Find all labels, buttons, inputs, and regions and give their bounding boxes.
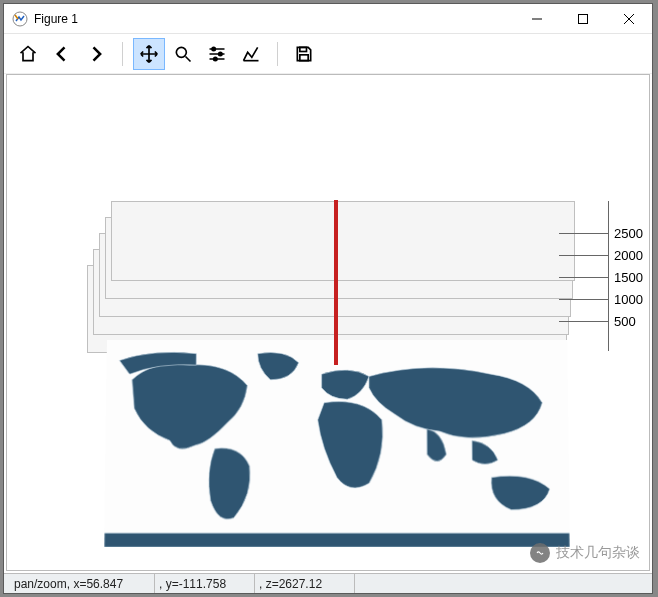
- watermark: 技术几句杂谈: [530, 543, 640, 563]
- z-tick: 2000: [559, 255, 609, 256]
- world-map-plane: [104, 340, 570, 547]
- edit-axis-button[interactable]: [235, 38, 267, 70]
- svg-rect-1: [579, 14, 588, 23]
- z-tick: 1500: [559, 277, 609, 278]
- status-mode-x: pan/zoom, x=56.847: [10, 574, 155, 593]
- z-tick-label: 2500: [614, 226, 643, 241]
- zoom-button[interactable]: [167, 38, 199, 70]
- forward-button[interactable]: [80, 38, 112, 70]
- status-mode: pan/zoom,: [14, 577, 70, 591]
- watermark-text: 技术几句杂谈: [556, 544, 640, 562]
- figure-window: Figure 1: [3, 3, 653, 594]
- titlebar: Figure 1: [4, 4, 652, 34]
- svg-rect-6: [300, 47, 307, 51]
- window-title: Figure 1: [34, 12, 514, 26]
- status-x: x=56.847: [73, 577, 123, 591]
- pan-button[interactable]: [133, 38, 165, 70]
- status-z: , z=2627.12: [255, 574, 355, 593]
- watermark-icon: [530, 543, 550, 563]
- z-axis-edge: [608, 201, 609, 351]
- app-icon: [12, 11, 28, 27]
- window-controls: [514, 4, 652, 33]
- z-tick: 1000: [559, 299, 609, 300]
- svg-point-2: [176, 47, 186, 57]
- back-button[interactable]: [46, 38, 78, 70]
- svg-point-4: [219, 52, 222, 55]
- z-tick: 2500: [559, 233, 609, 234]
- z-tick-label: 1000: [614, 292, 643, 307]
- save-button[interactable]: [288, 38, 320, 70]
- svg-point-5: [214, 57, 217, 60]
- z-tick: 500: [559, 321, 609, 322]
- svg-rect-7: [300, 54, 308, 60]
- toolbar: [4, 34, 652, 74]
- configure-subplots-button[interactable]: [201, 38, 233, 70]
- home-button[interactable]: [12, 38, 44, 70]
- toolbar-separator: [122, 42, 123, 66]
- statusbar: pan/zoom, x=56.847 , y=-111.758 , z=2627…: [4, 573, 652, 593]
- z-tick-label: 1500: [614, 270, 643, 285]
- svg-point-3: [212, 47, 215, 50]
- maximize-button[interactable]: [560, 4, 606, 33]
- z-tick-label: 2000: [614, 248, 643, 263]
- svg-rect-9: [104, 533, 570, 547]
- z-tick-label: 500: [614, 314, 636, 329]
- z-plane: [111, 201, 575, 281]
- toolbar-separator: [277, 42, 278, 66]
- minimize-button[interactable]: [514, 4, 560, 33]
- data-bar: [334, 200, 338, 365]
- status-y: , y=-111.758: [155, 574, 255, 593]
- plot-canvas[interactable]: 500 1000 1500 2000 2500: [6, 74, 650, 571]
- plot-3d-axes: 500 1000 1500 2000 2500: [87, 145, 607, 555]
- close-button[interactable]: [606, 4, 652, 33]
